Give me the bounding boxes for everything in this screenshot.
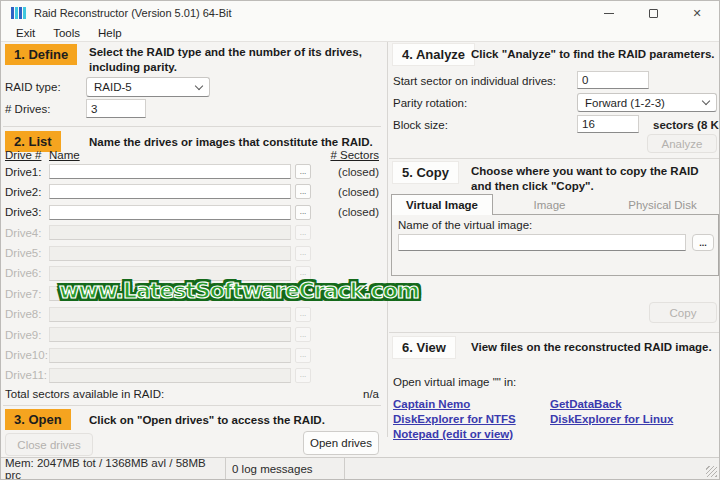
view-links-left: Captain NemoDiskExplorer for NTFSNotepad… [393,398,516,443]
link-notepad-edit-or-view-[interactable]: Notepad (edit or view) [393,428,516,440]
browse-button[interactable]: ... [295,164,311,179]
drive-label: Drive8: [5,308,49,320]
drive-row: Drive10:... [5,347,379,364]
tab-physical-disk[interactable]: Physical Disk [606,194,719,215]
open-drives-button[interactable]: Open drives [303,431,379,455]
close-drives-button[interactable]: Close drives [5,433,93,456]
right-panel: 4. Analyze Click "Analyze" to find the R… [387,42,720,459]
drive-name-input [49,307,291,322]
copy-description: Choose where you want to copy the RAID a… [471,164,719,194]
drive-name-input [49,368,291,383]
menu-bar: ExitToolsHelp [1,25,719,42]
browse-button[interactable]: ... [692,234,714,251]
drive-name-input[interactable] [49,164,291,179]
analyze-description: Click "Analyze" to find the RAID paramet… [471,47,719,62]
minimize-icon [604,13,614,14]
divider [3,126,381,127]
drive-label: Drive3: [5,206,49,218]
maximize-button[interactable] [631,1,675,25]
browse-button: ... [295,368,311,383]
drive-label: Drive11: [5,369,49,381]
drive-row: Drive5:... [5,245,379,262]
divider [344,458,345,479]
resize-grip-icon[interactable] [706,466,717,477]
define-description: Select the RAID type and the number of i… [89,45,381,75]
browse-button[interactable]: ... [295,184,311,199]
drive-label: Drive10: [5,349,49,361]
parity-rotation-select[interactable]: Forward (1-2-3) [577,93,717,112]
menu-help[interactable]: Help [89,27,131,39]
drive-label: Drive2: [5,186,49,198]
virtual-image-tab-panel: Name of the virtual image: ... [391,214,719,276]
drive-row: Drive1:...(closed) [5,163,379,180]
drive-row: Drive2:...(closed) [5,183,379,200]
parity-rotation-label: Parity rotation: [393,97,467,109]
drive-row: Drive9:... [5,326,379,343]
drive-label: Drive1: [5,166,49,178]
column-header-drive: Drive # [5,149,49,161]
open-virtual-image-label: Open virtual image "" in: [393,376,516,388]
window-title: Raid Reconstructor (Version 5.01) 64-Bit [34,7,231,19]
view-description: View files on the reconstructed RAID ima… [471,340,719,355]
list-description: Name the drives or images that constitut… [89,135,381,150]
drive-name-input [49,246,291,261]
chevron-down-icon [702,97,710,105]
view-links-right: GetDataBackDiskExplorer for Linux [550,398,673,428]
menu-exit[interactable]: Exit [7,27,44,39]
drive-label: Drive9: [5,329,49,341]
raid-type-label: RAID type: [5,81,61,93]
divider [389,158,719,159]
drive-label: Drive4: [5,227,49,239]
section-open-badge: 3. Open [5,409,71,430]
watermark: www.LatestSoftwareCrack.com [59,278,383,303]
tab-virtual-image[interactable]: Virtual Image [391,194,493,215]
drive-list: Drive1:...(closed)Drive2:...(closed)Driv… [5,163,379,387]
analyze-button[interactable]: Analyze [647,134,717,153]
num-drives-input[interactable] [86,99,146,118]
left-panel: 1. Define Select the RAID type and the n… [1,42,387,459]
raid-type-value: RAID-5 [94,81,132,93]
minimize-button[interactable] [587,1,631,25]
total-sectors-label: Total sectors available in RAID: [5,388,363,400]
drive-row: Drive11:... [5,367,379,384]
drive-name-input[interactable] [49,205,291,220]
block-size-input[interactable] [577,115,639,133]
maximize-icon [649,9,658,18]
link-diskexplorer-for-ntfs[interactable]: DiskExplorer for NTFS [393,413,516,425]
browse-button[interactable]: ... [295,205,311,220]
drive-row: Drive4:... [5,224,379,241]
copy-button[interactable]: Copy [649,302,717,323]
close-button[interactable]: ✕ [675,1,719,25]
app-icon [11,7,26,19]
browse-button: ... [295,307,311,322]
drive-label: Drive6: [5,267,49,279]
total-sectors-value: n/a [363,388,379,400]
raid-type-select[interactable]: RAID-5 [86,77,210,97]
app-window: Raid Reconstructor (Version 5.01) 64-Bit… [0,0,720,480]
section-define-badge: 1. Define [5,44,77,65]
tab-image[interactable]: Image [493,194,606,215]
drive-name-input [49,225,291,240]
drive-name-input[interactable] [49,184,291,199]
menu-tools[interactable]: Tools [44,27,89,39]
link-getdataback[interactable]: GetDataBack [550,398,673,410]
open-description: Click on "Open drives" to access the RAI… [89,413,381,428]
browse-button: ... [295,246,311,261]
browse-button: ... [295,225,311,240]
section-view-badge: 6. View [393,337,455,358]
num-drives-label: # Drives: [5,103,50,115]
virtual-image-name-label: Name of the virtual image: [398,219,532,231]
parity-rotation-value: Forward (1-2-3) [585,97,665,109]
section-copy-badge: 5. Copy [393,162,458,183]
browse-button: ... [295,348,311,363]
virtual-image-name-input[interactable] [398,234,686,251]
status-bar: Mem: 2047MB tot / 1368MB avl / 58MB prc … [1,457,719,479]
section-analyze-badge: 4. Analyze [393,44,474,65]
memory-status: Mem: 2047MB tot / 1368MB avl / 58MB prc [1,457,225,480]
link-diskexplorer-for-linux[interactable]: DiskExplorer for Linux [550,413,673,425]
link-captain-nemo[interactable]: Captain Nemo [393,398,516,410]
browse-button: ... [295,327,311,342]
drive-status: (closed) [317,166,379,178]
total-sectors-row: Total sectors available in RAID: n/a [5,388,379,400]
start-sector-input[interactable] [577,71,649,89]
